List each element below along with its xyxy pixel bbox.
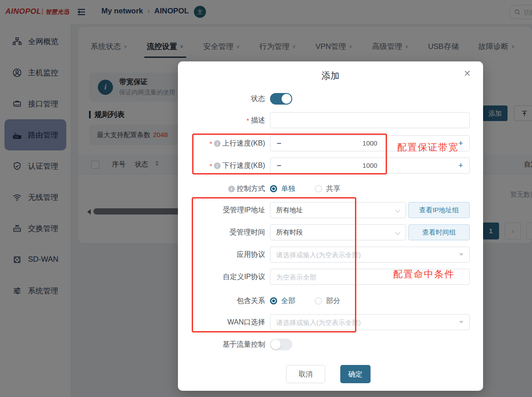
app-window: AINOPOL|智慧光迅 My network › AINOPOL 主 全网概览… [0, 0, 532, 397]
radio-selected-icon [270, 297, 277, 304]
radio-include-partial[interactable]: 部分 [315, 296, 340, 306]
required-star: * [210, 162, 212, 170]
view-ip-group-button[interactable]: 查看IP地址组 [408, 202, 470, 218]
down-speed-label: 下行速度(KB) [222, 161, 265, 170]
row-down-speed: *i下行速度(KB) − 1000 + [178, 158, 483, 174]
row-wan-select: WAN口选择 [178, 314, 483, 330]
radio-include-all[interactable]: 全部 [270, 296, 295, 306]
row-description: *描述 [178, 112, 483, 128]
radio-selected-icon [270, 185, 277, 192]
row-managed-ip: 受管理IP地址 所有地址 查看IP地址组 [178, 202, 483, 218]
managed-time-select[interactable]: 所有时段 [270, 224, 406, 240]
status-toggle[interactable] [270, 93, 292, 105]
managed-ip-select[interactable]: 所有地址 [270, 202, 406, 218]
row-managed-time: 受管理时间 所有时段 查看时间组 [178, 224, 483, 240]
up-speed-value[interactable]: 1000 [270, 136, 469, 151]
description-label: 描述 [251, 116, 265, 125]
chevron-down-icon [395, 207, 400, 212]
close-icon[interactable]: ✕ [463, 69, 471, 78]
flow-based-label: 基于流量控制 [222, 340, 265, 349]
radio-control-shared[interactable]: 共享 [315, 184, 340, 194]
include-relation-label: 包含关系 [237, 296, 265, 306]
info-icon: i [214, 162, 221, 169]
custom-ip-label: 自定义IP协议 [223, 272, 265, 282]
row-control-mode: i控制方式 单独 共享 [178, 181, 483, 197]
required-star: * [246, 117, 249, 124]
radio-control-single[interactable]: 单独 [270, 184, 295, 194]
add-rule-dialog: 添加 ✕ 状态 *描述 *i上行速度(KB) − 1000 + *i下行速度(K… [178, 61, 483, 391]
dropdown-triangle-icon [459, 253, 463, 256]
managed-time-label: 受管理时间 [230, 228, 265, 237]
view-time-group-button[interactable]: 查看时间组 [408, 224, 470, 240]
managed-ip-label: 受管理IP地址 [223, 206, 265, 215]
row-status: 状态 [178, 91, 483, 107]
description-input[interactable] [270, 112, 470, 128]
chevron-down-icon [395, 230, 400, 235]
dropdown-triangle-icon [459, 321, 463, 324]
row-custom-ip-protocol: 自定义IP协议 [178, 269, 483, 285]
up-speed-label: 上行速度(KB) [222, 139, 265, 148]
row-up-speed: *i上行速度(KB) − 1000 + [178, 135, 483, 151]
control-mode-label: 控制方式 [237, 184, 265, 194]
up-speed-stepper: − 1000 + [270, 135, 470, 151]
dialog-title: 添加 [178, 70, 483, 82]
radio-unselected-icon [315, 297, 322, 304]
info-icon: i [228, 186, 235, 192]
increment-icon[interactable]: + [458, 136, 463, 151]
wan-select-input[interactable] [270, 314, 470, 330]
row-include-relation: 包含关系 全部 部分 [178, 293, 483, 309]
increment-icon[interactable]: + [458, 158, 463, 173]
toggle-knob [282, 94, 291, 104]
radio-unselected-icon [315, 185, 322, 192]
flow-based-toggle[interactable] [270, 339, 292, 350]
app-protocol-label: 应用协议 [237, 250, 265, 259]
row-app-protocol: 应用协议 [178, 247, 483, 263]
toggle-knob [271, 340, 281, 349]
status-label: 状态 [251, 94, 265, 104]
row-flow-based: 基于流量控制 [178, 336, 483, 352]
confirm-button[interactable]: 确定 [340, 365, 371, 383]
cancel-button[interactable]: 取消 [286, 365, 325, 383]
app-protocol-input[interactable] [270, 247, 470, 263]
required-star: * [210, 140, 212, 147]
info-icon: i [214, 140, 221, 147]
down-speed-value[interactable]: 1000 [270, 158, 469, 173]
custom-ip-input[interactable] [270, 269, 470, 285]
down-speed-stepper: − 1000 + [270, 158, 470, 174]
wan-select-label: WAN口选择 [227, 318, 265, 327]
